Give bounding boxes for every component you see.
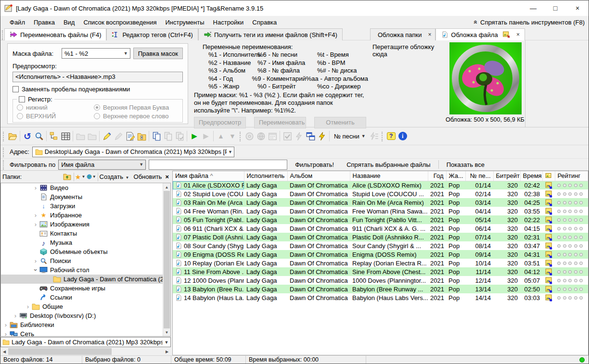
cell-time[interactable]: 02:38	[520, 189, 542, 198]
auto-tag-icon[interactable]	[316, 130, 328, 142]
cell-genre[interactable]: Pop	[446, 293, 465, 302]
file-row[interactable]: 01 Alice (LSDXOXO R... Lady Gaga Dawn Of…	[173, 181, 588, 189]
tree-item-lady-gaga-folder[interactable]: Lady Gaga - Dawn of Chromatica (202	[1, 275, 163, 284]
cell-album[interactable]: Dawn Of Chromatica	[287, 293, 350, 302]
column-rating[interactable]: Рейтинг	[555, 171, 588, 181]
cell-time[interactable]: 04:12	[520, 267, 542, 276]
file-row[interactable]: 05 Fun Tonight (Pabl... Lady Gaga Dawn O…	[173, 215, 588, 224]
tab-get-tags-from-filenames[interactable]: Получить теги из имени файлов (Shift+F4)	[198, 28, 343, 40]
cell-artist[interactable]: Lady Gaga	[244, 215, 287, 224]
file-row[interactable]: 03 Rain On Me (Arca ... Lady Gaga Dawn O…	[173, 198, 588, 207]
cell-genre[interactable]: Pop	[446, 250, 465, 259]
album-art[interactable]	[449, 42, 522, 114]
tree-item-favorites[interactable]: ›★Избранное	[1, 211, 163, 220]
tree-item-public[interactable]: ›Общие	[1, 302, 163, 311]
radio-capitalize-words[interactable]: Верхняя Первая Буква	[94, 104, 179, 111]
cell-time[interactable]: 02:42	[520, 181, 542, 189]
undo-folder-icon[interactable]	[75, 130, 86, 142]
cell-filename[interactable]: 14 Babylon (Haus La...	[173, 293, 244, 302]
cell-year[interactable]: 2021	[428, 267, 446, 276]
cell-rating[interactable]	[555, 207, 588, 215]
cell-track[interactable]: 12/14	[465, 276, 493, 285]
cell-genre[interactable]: Pop	[446, 189, 465, 198]
column-year[interactable]: Год	[428, 171, 446, 181]
cell-rating[interactable]	[555, 293, 588, 302]
cell-artist[interactable]: Lady Gaga	[244, 233, 287, 241]
folder-tree-icon[interactable]	[48, 130, 60, 142]
column-genre[interactable]: Жа...	[446, 171, 465, 181]
menu-item[interactable]: Справка	[248, 17, 281, 27]
tab-tag-editor[interactable]: Редактор тегов (Ctrl+F4)	[106, 28, 198, 40]
cell-genre[interactable]: Pop	[446, 259, 465, 267]
column-time[interactable]: Время	[520, 171, 542, 181]
cell-filename[interactable]: 06 911 (Charli XCX &...	[173, 224, 244, 233]
filter-input[interactable]	[149, 160, 287, 170]
cell-track[interactable]: 05/14	[465, 215, 493, 224]
cell-filename[interactable]: 04 Free Woman (Rin...	[173, 207, 244, 215]
folder-cover-dropzone[interactable]: Перетащите обложку сюда	[372, 43, 446, 58]
cell-year[interactable]: 2021	[428, 207, 446, 215]
cell-rating[interactable]	[555, 181, 588, 189]
cell-artist[interactable]: Lady Gaga	[244, 293, 287, 302]
create-folder-button[interactable]: Создать ▼	[100, 173, 129, 180]
file-row[interactable]: 10 Replay (Dorian Ele... Lady Gaga Dawn …	[173, 259, 588, 267]
copy-tags-between-files-icon[interactable]	[305, 130, 316, 142]
rename-button[interactable]: Переименовать	[254, 117, 306, 128]
cell-title[interactable]: Sine From Above (Chest...	[350, 267, 428, 276]
cell-year[interactable]: 2021	[428, 259, 446, 267]
preview-button[interactable]: Предпросмотр	[194, 117, 246, 128]
column-album[interactable]: Альбом	[287, 171, 350, 181]
tree-item-3d-objects[interactable]: Объемные объекты	[1, 247, 163, 256]
file-row[interactable]: 13 Babylon (Bree Ru... Lady Gaga Dawn Of…	[173, 285, 588, 293]
cell-filename[interactable]: 08 Sour Candy (Shyg...	[173, 241, 244, 250]
paste-icon[interactable]	[162, 130, 174, 142]
favorites-dropdown-icon[interactable]: ★▼	[76, 173, 85, 181]
cell-time[interactable]: 02:22	[520, 215, 542, 224]
cell-cover[interactable]	[542, 207, 555, 215]
cell-rating[interactable]	[555, 285, 588, 293]
cell-artist[interactable]: Lady Gaga	[244, 285, 287, 293]
cell-year[interactable]: 2021	[428, 189, 446, 198]
cell-rating[interactable]	[555, 241, 588, 250]
chevron-down-icon[interactable]: ▼	[163, 340, 170, 345]
cell-track[interactable]: 09/14	[465, 250, 493, 259]
cell-time[interactable]: 03:47	[520, 241, 542, 250]
cell-album[interactable]: Dawn Of Chromatica	[287, 259, 350, 267]
folder-path-combobox[interactable]: Lady Gaga - Dawn of Chromatica (2021) Mp…	[0, 337, 171, 347]
cell-title[interactable]: Stupid Love (COUCOU ...	[350, 189, 428, 198]
cell-genre[interactable]: Pop	[446, 181, 465, 189]
cell-bitrate[interactable]: 320	[493, 224, 520, 233]
cell-album[interactable]: Dawn Of Chromatica	[287, 250, 350, 259]
cell-title[interactable]: Enigma (DOSS Remix)	[350, 250, 428, 259]
open-folder-icon[interactable]	[7, 130, 18, 142]
cell-genre[interactable]: Pop	[446, 241, 465, 250]
cell-track[interactable]: 08/14	[465, 241, 493, 250]
file-row[interactable]: 11 Sine From Above ... Lady Gaga Dawn Of…	[173, 267, 588, 276]
renumber-tracks-icon[interactable]	[369, 130, 380, 142]
tree-item-music[interactable]: ♪Музыка	[1, 238, 163, 247]
web-dropdown-icon[interactable]: ▼	[87, 173, 96, 181]
track-number-dropdown[interactable]: № песни ▼	[331, 132, 369, 141]
filter-field-combobox[interactable]: Имя файла ▼	[58, 160, 146, 170]
cell-year[interactable]: 2021	[428, 285, 446, 293]
tree-item-downloads[interactable]: ↓Загрузки	[1, 201, 163, 211]
column-artist[interactable]: Исполнитель	[244, 171, 287, 181]
toolbar-grip[interactable]	[3, 148, 5, 157]
cell-album[interactable]: Dawn Of Chromatica	[287, 189, 350, 198]
cell-cover[interactable]	[542, 233, 555, 241]
cell-title[interactable]: Rain On Me (Arca Remix)	[350, 198, 428, 207]
tree-item-links[interactable]: Ссылки	[1, 293, 163, 302]
cell-bitrate[interactable]: 320	[493, 189, 520, 198]
cell-track[interactable]: 13/14	[465, 285, 493, 293]
cell-title[interactable]: Replay (Dorian Electra R...	[350, 259, 428, 267]
cell-cover[interactable]	[542, 285, 555, 293]
play-icon[interactable]: ▶	[189, 130, 200, 142]
cell-album[interactable]: Dawn Of Chromatica	[287, 267, 350, 276]
cell-genre[interactable]: Pop	[446, 207, 465, 215]
column-cover[interactable]	[542, 171, 555, 181]
file-row[interactable]: 12 1000 Doves (Plann... Lady Gaga Dawn O…	[173, 276, 588, 285]
cell-cover[interactable]	[542, 241, 555, 250]
tree-item-desktop[interactable]: ›Рабочий стол	[1, 265, 163, 275]
cell-track[interactable]: 03/14	[465, 198, 493, 207]
tree-item-libraries[interactable]: ›Библиотеки	[1, 320, 163, 329]
